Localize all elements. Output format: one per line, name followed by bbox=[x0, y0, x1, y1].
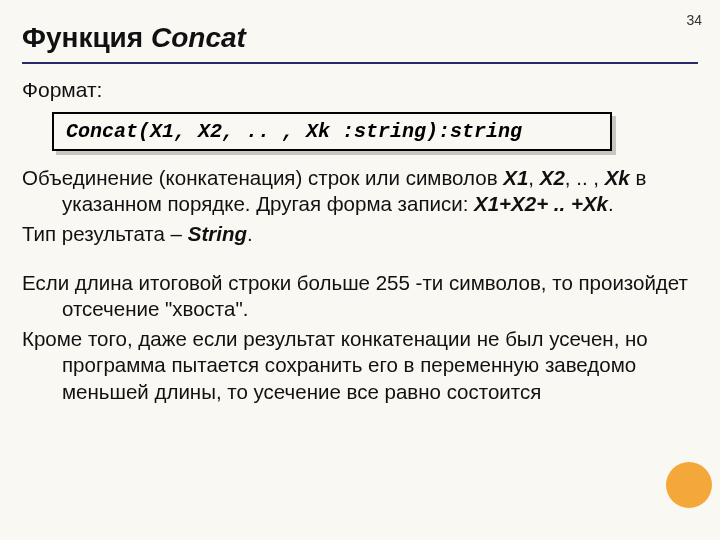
p1-x2: X2 bbox=[540, 166, 565, 189]
title-function-name: Concat bbox=[151, 22, 246, 53]
p4-text: Кроме того, даже если результат конкатен… bbox=[22, 326, 694, 405]
paragraph-4: Кроме того, даже если результат конкатен… bbox=[22, 326, 694, 405]
page-title: Функция Concat bbox=[0, 0, 720, 62]
title-prefix: Функция bbox=[22, 22, 151, 53]
p1-xk: Xk bbox=[605, 166, 630, 189]
body-text: Объединение (конкатенация) строк или сим… bbox=[0, 165, 720, 405]
p1-text-d: . bbox=[608, 192, 614, 215]
paragraph-1: Объединение (конкатенация) строк или сим… bbox=[22, 165, 694, 217]
orange-circle-decoration bbox=[666, 462, 712, 508]
spacer bbox=[22, 252, 694, 270]
code-box: Concat(X1, X2, .. , Xk :string):string bbox=[52, 112, 612, 151]
page-number: 34 bbox=[686, 12, 702, 28]
p2-text-b: . bbox=[247, 222, 253, 245]
p1-text-b: , .. , bbox=[565, 166, 605, 189]
paragraph-3: Если длина итоговой строки больше 255 -т… bbox=[22, 270, 694, 322]
p2-text-a: Тип результата – bbox=[22, 222, 188, 245]
p1-expr: X1+X2+ .. +Xk bbox=[474, 192, 608, 215]
p1-x1: X1 bbox=[503, 166, 528, 189]
code-signature: Concat(X1, X2, .. , Xk :string):string bbox=[52, 112, 612, 151]
p2-string: String bbox=[188, 222, 247, 245]
format-label: Формат: bbox=[0, 78, 720, 112]
p1-comma1: , bbox=[528, 166, 539, 189]
p1-text-a: Объединение (конкатенация) строк или сим… bbox=[22, 166, 503, 189]
p3-text: Если длина итоговой строки больше 255 -т… bbox=[22, 270, 694, 322]
paragraph-2: Тип результата – String. bbox=[22, 221, 694, 247]
title-underline bbox=[22, 62, 698, 64]
